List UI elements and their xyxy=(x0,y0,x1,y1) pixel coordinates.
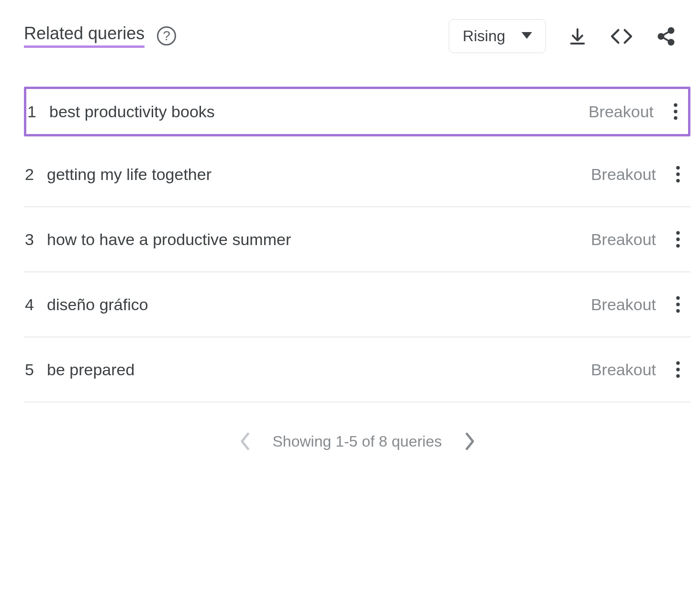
svg-point-17 xyxy=(676,309,679,313)
title-group: Related queries ? xyxy=(24,24,176,48)
pagination-footer: Showing 1-5 of 8 queries xyxy=(24,403,690,450)
sort-dropdown-label: Rising xyxy=(463,27,505,45)
list-item[interactable]: 1 best productivity books Breakout xyxy=(24,87,690,136)
rank: 2 xyxy=(24,165,47,184)
help-icon[interactable]: ? xyxy=(157,26,176,45)
svg-point-8 xyxy=(674,116,677,120)
svg-point-19 xyxy=(676,368,679,371)
status-label: Breakout xyxy=(591,230,656,249)
svg-point-11 xyxy=(676,179,679,182)
query-text: diseño gráfico xyxy=(47,295,591,314)
header-actions: Rising xyxy=(449,19,690,53)
svg-point-14 xyxy=(676,244,679,247)
svg-point-18 xyxy=(676,361,679,365)
query-text: getting my life together xyxy=(47,165,591,184)
svg-point-7 xyxy=(674,110,677,113)
svg-line-4 xyxy=(663,32,669,35)
svg-marker-0 xyxy=(522,32,532,39)
download-icon[interactable] xyxy=(568,27,587,46)
share-icon[interactable] xyxy=(656,26,676,46)
widget-title: Related queries xyxy=(24,24,144,48)
pagination-text: Showing 1-5 of 8 queries xyxy=(273,433,442,450)
status-label: Breakout xyxy=(589,102,654,121)
more-vert-icon[interactable] xyxy=(669,231,687,248)
more-vert-icon[interactable] xyxy=(669,296,687,313)
query-text: how to have a productive summer xyxy=(47,230,591,249)
svg-point-13 xyxy=(676,237,679,241)
list-item[interactable]: 5 be prepared Breakout xyxy=(24,337,690,403)
svg-point-10 xyxy=(676,172,679,176)
rank: 5 xyxy=(24,360,47,379)
caret-down-icon xyxy=(522,31,532,41)
query-list: 1 best productivity books Breakout 2 get… xyxy=(24,87,690,403)
more-vert-icon[interactable] xyxy=(669,166,687,183)
list-item[interactable]: 4 diseño gráfico Breakout xyxy=(24,272,690,337)
status-label: Breakout xyxy=(591,360,656,379)
svg-point-12 xyxy=(676,231,679,235)
more-vert-icon[interactable] xyxy=(667,103,684,120)
prev-page-button[interactable] xyxy=(239,432,251,450)
svg-point-9 xyxy=(676,166,679,169)
svg-point-15 xyxy=(676,296,679,300)
rank: 4 xyxy=(24,295,47,314)
sort-dropdown[interactable]: Rising xyxy=(449,19,546,53)
list-item[interactable]: 3 how to have a productive summer Breako… xyxy=(24,207,690,272)
svg-line-5 xyxy=(663,37,669,41)
embed-icon[interactable] xyxy=(609,27,634,46)
query-text: best productivity books xyxy=(49,102,589,121)
rank: 3 xyxy=(24,230,47,249)
svg-point-20 xyxy=(676,374,679,378)
svg-point-16 xyxy=(676,303,679,306)
list-item[interactable]: 2 getting my life together Breakout xyxy=(24,142,690,207)
widget-header: Related queries ? Rising xyxy=(24,19,690,53)
status-label: Breakout xyxy=(591,295,656,314)
more-vert-icon[interactable] xyxy=(669,361,687,378)
query-text: be prepared xyxy=(47,360,591,379)
rank: 1 xyxy=(26,102,49,121)
svg-point-6 xyxy=(674,103,677,107)
status-label: Breakout xyxy=(591,165,656,184)
next-page-button[interactable] xyxy=(464,432,476,450)
